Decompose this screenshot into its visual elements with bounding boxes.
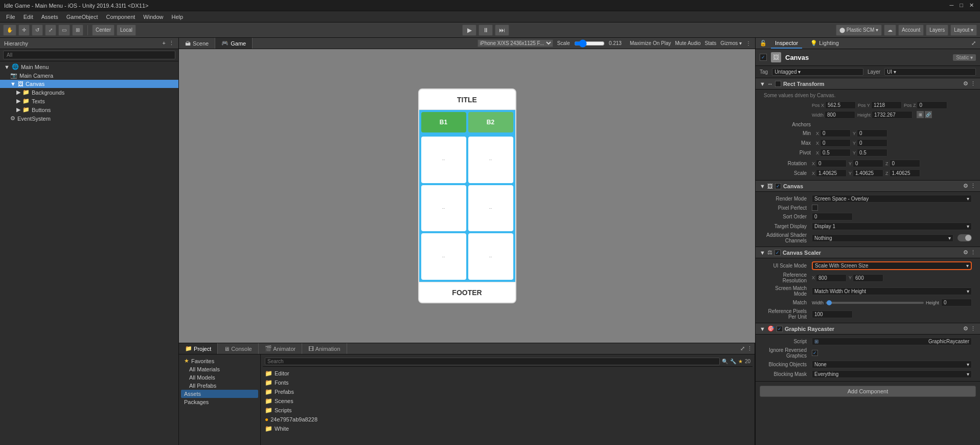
hierarchy-item-eventsystem[interactable]: ⚙ EventSystem [0,114,178,123]
hierarchy-menu-btn[interactable]: ⋮ [169,40,174,47]
hierarchy-item-buttons[interactable]: ▶ 📁 Buttons [0,105,178,114]
pause-button[interactable]: ⏸ [478,25,493,36]
play-button[interactable]: ▶ [462,25,476,36]
layer-selector[interactable]: UI ▾ [884,68,976,76]
rect-transform-menu-icon[interactable]: ⋮ [970,80,976,87]
hierarchy-item-canvas[interactable]: ▼ 🖼 Canvas [0,80,178,88]
ignore-reversed-checkbox[interactable]: ✓ [812,350,818,356]
canvas-scaler-header[interactable]: ▼ ⚖ ✓ Canvas Scaler ⚙ ⋮ [756,247,980,258]
pivot-y-input[interactable] [857,149,887,157]
height-input[interactable] [872,111,913,119]
anchor-max-y-input[interactable] [857,139,887,147]
pivot-local[interactable]: Local [117,25,136,36]
menu-file[interactable]: File [2,13,19,21]
screen-match-mode-selector[interactable]: Match Width Or Height ▾ [812,287,972,295]
tool-transform[interactable]: ⊞ [72,25,83,36]
rotation-y-input[interactable] [853,160,883,167]
maximize-panel-btn[interactable]: ⤢ [740,345,745,352]
rotation-x-input[interactable] [816,160,847,167]
width-input[interactable] [825,111,855,119]
add-component-button[interactable]: Add Component [760,386,976,397]
tool-scale[interactable]: ⤢ [45,25,56,36]
hierarchy-item-mainmenu[interactable]: ▼ 🌐 Main Menu [0,62,178,71]
all-prefabs-item[interactable]: All Prefabs [181,382,258,390]
rect-transform-header[interactable]: ▼ ↔ Rect Transform ⚙ ⋮ [756,78,980,90]
maximize-on-play[interactable]: Maximize On Play [630,40,671,46]
asset-guid1[interactable]: ● 24e7957ab9a8228 [263,415,753,424]
assets-search-input[interactable] [265,358,720,365]
account-btn[interactable]: Account [898,25,924,36]
scale-z-input[interactable] [890,169,920,177]
menu-gameobject[interactable]: GameObject [62,13,102,21]
scene-tab[interactable]: 🏔 Scene [179,38,215,49]
sort-order-input[interactable] [812,213,853,220]
close-btn[interactable]: ✕ [969,2,974,9]
asset-editor[interactable]: 📁 Editor [263,369,753,378]
cloud-btn[interactable]: ☁ [884,25,896,36]
hierarchy-item-texts[interactable]: ▶ 📁 Texts [0,97,178,105]
animator-tab[interactable]: 🎬 Animator [259,343,302,354]
hierarchy-add-btn[interactable]: + [163,40,166,47]
tool-move[interactable]: ✛ [18,25,30,36]
all-materials-item[interactable]: All Materials [181,365,258,373]
ref-res-y-input[interactable] [853,274,883,282]
canvas-component-header[interactable]: ▼ 🖼 ✓ Canvas ⚙ ⋮ [756,181,980,192]
render-mode-selector[interactable]: Screen Space - Overlay ▾ [812,195,972,203]
rect-transform-settings-icon[interactable]: ⚙ [963,80,968,87]
graphic-raycaster-menu-icon[interactable]: ⋮ [970,325,976,332]
inspector-lock-btn[interactable]: 🔓 [760,40,767,47]
layout-btn[interactable]: Layout ▾ [950,25,977,36]
blocking-mask-selector[interactable]: Everything ▾ [812,370,972,378]
menu-edit[interactable]: Edit [19,13,37,21]
canvas-menu-icon[interactable]: ⋮ [970,183,976,189]
lighting-tab[interactable]: 💡 Lighting [806,38,843,49]
ui-scale-mode-selector[interactable]: Scale With Screen Size ▾ [812,261,972,270]
pivot-x-input[interactable] [820,149,851,157]
tool-hand[interactable]: ✋ [3,25,16,36]
reference-pixels-input[interactable] [812,310,853,318]
pixel-perfect-checkbox[interactable] [812,205,818,211]
active-checkbox[interactable]: ✓ [760,54,767,61]
packages-item[interactable]: Packages [181,398,258,406]
asset-scenes[interactable]: 📁 Scenes [263,396,753,406]
project-tab[interactable]: 📁 Project [179,343,218,354]
asset-scripts[interactable]: 📁 Scripts [263,406,753,415]
match-value-input[interactable] [941,299,972,306]
device-selector[interactable]: iPhone X/XS 2436x1125 F... [477,39,553,47]
game-tab[interactable]: 🎮 Game [215,38,253,49]
favorite-btn[interactable]: ★ [738,359,743,364]
gizmos-btn[interactable]: Gizmos ▾ [720,40,742,46]
target-display-selector[interactable]: Display 1 ▾ [812,222,972,230]
all-models-item[interactable]: All Models [181,373,258,382]
canvas-component-checkbox[interactable]: ✓ [775,183,781,189]
static-badge[interactable]: Static ▾ [953,54,976,61]
plastic-scm-btn[interactable]: ⬤ Plastic SCM ▾ [836,25,882,36]
additional-shader-selector[interactable]: Nothing ▾ [812,234,953,242]
ref-res-x-input[interactable] [816,274,847,282]
graphic-raycaster-header[interactable]: ▼ 🎯 ✓ Graphic Raycaster ⚙ ⋮ [756,323,980,335]
assets-item[interactable]: Assets [181,390,258,398]
script-field[interactable]: ⊞ GraphicRaycaster [812,338,972,345]
favorites-item[interactable]: ★ Favorites [181,357,258,365]
inspector-maximize-btn[interactable]: ⤢ [971,40,976,47]
panel-menu-btn[interactable]: ⋮ [747,345,753,352]
blocking-objects-selector[interactable]: None ▾ [812,361,972,368]
canvas-scaler-menu-icon[interactable]: ⋮ [970,249,976,256]
step-button[interactable]: ⏭ [495,25,509,36]
asset-white[interactable]: 📁 White [263,424,753,433]
scale-slider[interactable] [574,39,605,48]
anchor-min-x-input[interactable] [820,129,851,137]
pos-x-input[interactable] [825,101,856,109]
pos-y-input[interactable] [871,101,902,109]
stats-btn[interactable]: Stats [705,40,717,46]
filter-btn[interactable]: 🔧 [730,359,736,364]
asset-prefabs[interactable]: 📁 Prefabs [263,387,753,396]
maximize-btn[interactable]: □ [960,2,963,9]
pos-z-input[interactable] [917,101,947,109]
console-tab[interactable]: 🖥 Console [218,343,258,354]
layers-btn[interactable]: Layers [926,25,948,36]
inspector-tab[interactable]: Inspector [771,38,802,49]
hierarchy-item-maincamera[interactable]: 📷 Main Camera [0,71,178,80]
menu-component[interactable]: Component [102,13,139,21]
canvas-scaler-checkbox[interactable]: ✓ [774,250,781,256]
